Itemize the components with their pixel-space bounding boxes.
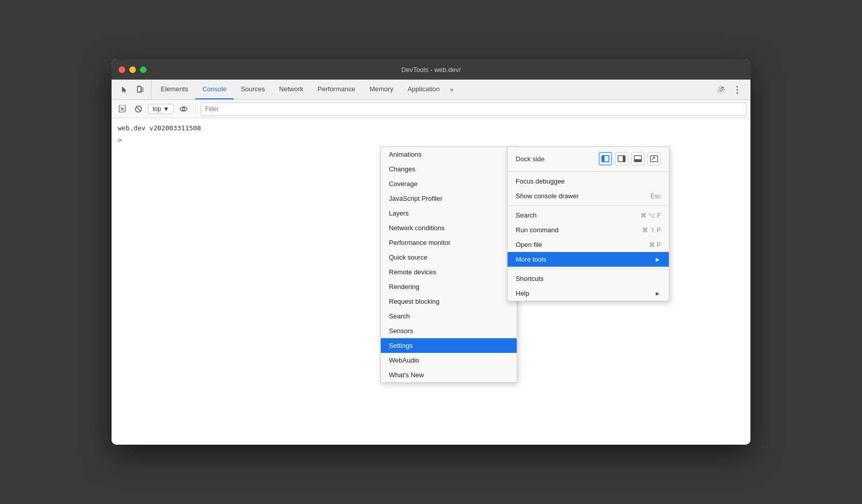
svg-point-2 — [139, 91, 139, 91]
menu-item-layers[interactable]: Layers — [381, 206, 517, 221]
console-prompt: > — [118, 134, 744, 146]
svg-rect-17 — [623, 156, 625, 162]
menu-item-whats-new[interactable]: What's New — [381, 368, 517, 382]
tab-elements[interactable]: Elements — [154, 80, 195, 99]
console-output: web.dev v202003311508 > — [112, 118, 750, 150]
close-button[interactable] — [119, 66, 125, 73]
context-selector[interactable]: top ▼ — [148, 104, 174, 114]
console-toolbar: top ▼ — [112, 100, 750, 118]
divider-2 — [508, 205, 669, 206]
eye-icon[interactable] — [177, 102, 190, 116]
menu-item-sensors[interactable]: Sensors — [381, 323, 517, 338]
context-menu-open-file[interactable]: Open file ⌘ P — [508, 237, 669, 252]
divider-1 — [508, 171, 669, 172]
more-tools-menu: Animations Changes Coverage JavaScript P… — [380, 147, 517, 383]
svg-rect-3 — [141, 88, 143, 92]
main-content: web.dev v202003311508 > Animations Chang… — [112, 118, 750, 445]
context-menu-show-console-drawer[interactable]: Show console drawer Esc — [508, 189, 669, 203]
menu-item-rendering[interactable]: Rendering — [381, 279, 517, 294]
svg-rect-19 — [634, 159, 641, 162]
tab-memory[interactable]: Memory — [363, 80, 401, 99]
menu-item-quick-source[interactable]: Quick source — [381, 250, 517, 265]
menu-item-webaudio[interactable]: WebAudio — [381, 353, 517, 368]
divider-3 — [508, 269, 669, 269]
svg-rect-20 — [651, 156, 658, 162]
dock-undock-button[interactable] — [648, 152, 661, 165]
devtools-icons — [114, 80, 152, 99]
menu-item-changes[interactable]: Changes — [381, 162, 517, 176]
menu-item-js-profiler[interactable]: JavaScript Profiler — [381, 191, 517, 206]
filter-input[interactable] — [201, 102, 746, 116]
svg-point-4 — [737, 86, 738, 87]
context-menu-search[interactable]: Search ⌘ ⌥ F — [508, 208, 669, 223]
svg-line-11 — [136, 106, 141, 111]
context-menu-help[interactable]: Help ► — [508, 286, 669, 301]
context-menu-shortcuts[interactable]: Shortcuts — [508, 271, 669, 286]
menu-item-remote-devices[interactable]: Remote devices — [381, 265, 517, 279]
minimize-button[interactable] — [129, 66, 136, 73]
settings-icon[interactable] — [714, 83, 728, 97]
svg-point-13 — [182, 107, 185, 110]
svg-marker-7 — [119, 105, 125, 112]
ban-icon[interactable] — [132, 102, 145, 116]
context-menu-run-command[interactable]: Run command ⌘ ⇧ P — [508, 223, 669, 237]
mobile-icon[interactable] — [133, 83, 147, 97]
dock-bottom-button[interactable] — [631, 152, 644, 165]
kebab-menu-icon[interactable] — [730, 83, 744, 97]
tab-application[interactable]: Application — [401, 80, 447, 99]
maximize-button[interactable] — [140, 66, 147, 73]
tab-bar: Elements Console Sources Network Perform… — [112, 80, 750, 100]
toolbar-divider — [195, 104, 196, 114]
version-line: web.dev v202003311508 — [118, 122, 744, 134]
dock-left-button[interactable] — [599, 152, 612, 165]
tab-bar-right-icons — [714, 80, 748, 99]
menu-item-search[interactable]: Search — [381, 309, 517, 323]
svg-rect-15 — [602, 156, 604, 162]
dock-icons — [599, 152, 661, 165]
context-menu: Dock side — [507, 147, 669, 301]
menu-item-network-conditions[interactable]: Network conditions — [381, 221, 517, 235]
window-title: DevTools - web.dev/ — [401, 66, 460, 74]
context-menu-focus-debuggee[interactable]: Focus debuggee — [508, 174, 669, 189]
tab-console[interactable]: Console — [195, 80, 234, 99]
dock-side-header: Dock side — [508, 147, 669, 169]
tab-network[interactable]: Network — [272, 80, 311, 99]
tab-performance[interactable]: Performance — [310, 80, 362, 99]
cursor-icon[interactable] — [118, 83, 132, 97]
menu-item-coverage[interactable]: Coverage — [381, 176, 517, 191]
svg-point-5 — [737, 89, 738, 90]
context-menu-more-tools[interactable]: More tools ► — [508, 252, 669, 267]
svg-rect-1 — [138, 87, 140, 87]
menu-item-settings[interactable]: Settings — [381, 338, 517, 353]
tab-overflow-button[interactable]: » — [447, 80, 456, 99]
devtools-window: DevTools - web.dev/ Elements Cons — [112, 59, 750, 445]
clear-console-icon[interactable] — [116, 102, 129, 116]
dock-right-button[interactable] — [615, 152, 628, 165]
tab-sources[interactable]: Sources — [234, 80, 272, 99]
menu-item-request-blocking[interactable]: Request blocking — [381, 294, 517, 309]
svg-point-6 — [737, 92, 738, 93]
traffic-lights — [119, 66, 147, 73]
menu-item-animations[interactable]: Animations — [381, 147, 517, 162]
menu-item-performance-monitor[interactable]: Performance monitor — [381, 235, 517, 250]
title-bar: DevTools - web.dev/ — [112, 59, 750, 80]
dock-side-label: Dock side — [516, 155, 545, 163]
